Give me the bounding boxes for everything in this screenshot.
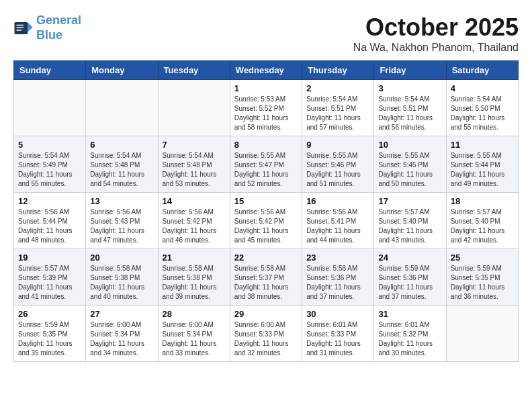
- svg-rect-3: [17, 27, 24, 28]
- day-of-week-header: Friday: [374, 61, 446, 80]
- day-number: 13: [90, 196, 153, 206]
- calendar-cell: [158, 80, 230, 136]
- calendar-cell: 7Sunrise: 5:54 AM Sunset: 5:48 PM Daylig…: [158, 136, 230, 193]
- day-number: 14: [163, 196, 226, 206]
- day-info: Sunrise: 5:54 AM Sunset: 5:49 PM Dayligh…: [18, 151, 81, 189]
- calendar-cell: 11Sunrise: 5:55 AM Sunset: 5:44 PM Dayli…: [446, 136, 518, 193]
- calendar-cell: [14, 80, 86, 136]
- day-info: Sunrise: 5:57 AM Sunset: 5:40 PM Dayligh…: [451, 208, 514, 245]
- day-number: 8: [234, 140, 298, 150]
- calendar-cell: 30Sunrise: 6:01 AM Sunset: 5:33 PM Dayli…: [302, 306, 374, 362]
- calendar-cell: 1Sunrise: 5:53 AM Sunset: 5:52 PM Daylig…: [230, 80, 302, 136]
- day-number: 30: [306, 309, 369, 319]
- calendar-header-row: SundayMondayTuesdayWednesdayThursdayFrid…: [14, 61, 519, 80]
- day-number: 24: [378, 253, 441, 263]
- calendar-week-row: 19Sunrise: 5:57 AM Sunset: 5:39 PM Dayli…: [14, 249, 519, 306]
- logo: General Blue: [13, 13, 81, 42]
- day-number: 7: [163, 140, 226, 150]
- logo-line1: General: [36, 13, 81, 27]
- calendar-cell: 25Sunrise: 5:59 AM Sunset: 5:35 PM Dayli…: [446, 249, 518, 306]
- day-info: Sunrise: 5:55 AM Sunset: 5:46 PM Dayligh…: [306, 151, 369, 189]
- calendar-cell: [446, 306, 518, 362]
- day-info: Sunrise: 5:58 AM Sunset: 5:36 PM Dayligh…: [306, 264, 369, 302]
- logo-icon: [13, 18, 34, 38]
- day-number: 9: [306, 140, 369, 150]
- calendar-cell: 16Sunrise: 5:56 AM Sunset: 5:41 PM Dayli…: [302, 193, 374, 249]
- logo-line2: Blue: [36, 28, 62, 42]
- day-number: 18: [451, 196, 514, 206]
- calendar-cell: 22Sunrise: 5:58 AM Sunset: 5:37 PM Dayli…: [230, 249, 302, 306]
- calendar-cell: 18Sunrise: 5:57 AM Sunset: 5:40 PM Dayli…: [446, 193, 518, 249]
- day-info: Sunrise: 5:59 AM Sunset: 5:35 PM Dayligh…: [451, 264, 514, 302]
- calendar-cell: 14Sunrise: 5:56 AM Sunset: 5:42 PM Dayli…: [158, 193, 230, 249]
- calendar-cell: 3Sunrise: 5:54 AM Sunset: 5:51 PM Daylig…: [374, 80, 446, 136]
- calendar-cell: 10Sunrise: 5:55 AM Sunset: 5:45 PM Dayli…: [374, 136, 446, 193]
- calendar-table: SundayMondayTuesdayWednesdayThursdayFrid…: [13, 60, 519, 362]
- calendar-cell: 23Sunrise: 5:58 AM Sunset: 5:36 PM Dayli…: [302, 249, 374, 306]
- day-number: 19: [18, 253, 81, 263]
- title-section: October 2025 Na Wa, Nakhon Phanom, Thail…: [353, 13, 519, 54]
- day-info: Sunrise: 5:54 AM Sunset: 5:48 PM Dayligh…: [163, 151, 226, 189]
- calendar-cell: 24Sunrise: 5:59 AM Sunset: 5:36 PM Dayli…: [374, 249, 446, 306]
- day-number: 1: [234, 83, 298, 93]
- day-number: 23: [306, 253, 369, 263]
- calendar-cell: 5Sunrise: 5:54 AM Sunset: 5:49 PM Daylig…: [14, 136, 86, 193]
- day-number: 3: [378, 83, 441, 93]
- day-info: Sunrise: 5:59 AM Sunset: 5:35 PM Dayligh…: [18, 320, 81, 358]
- calendar-cell: 31Sunrise: 6:01 AM Sunset: 5:32 PM Dayli…: [374, 306, 446, 362]
- calendar-cell: 6Sunrise: 5:54 AM Sunset: 5:48 PM Daylig…: [86, 136, 158, 193]
- day-info: Sunrise: 6:00 AM Sunset: 5:34 PM Dayligh…: [163, 320, 226, 358]
- day-info: Sunrise: 5:56 AM Sunset: 5:41 PM Dayligh…: [306, 208, 369, 245]
- calendar-cell: 20Sunrise: 5:58 AM Sunset: 5:38 PM Dayli…: [86, 249, 158, 306]
- day-number: 15: [234, 196, 298, 206]
- day-number: 2: [306, 83, 369, 93]
- day-of-week-header: Wednesday: [230, 61, 302, 80]
- day-info: Sunrise: 5:56 AM Sunset: 5:42 PM Dayligh…: [163, 208, 226, 245]
- day-number: 26: [18, 309, 81, 319]
- svg-marker-1: [28, 22, 33, 32]
- day-number: 25: [451, 253, 514, 263]
- day-info: Sunrise: 6:00 AM Sunset: 5:33 PM Dayligh…: [234, 320, 298, 358]
- day-info: Sunrise: 5:54 AM Sunset: 5:48 PM Dayligh…: [90, 151, 153, 189]
- day-of-week-header: Saturday: [446, 61, 518, 80]
- calendar-week-row: 26Sunrise: 5:59 AM Sunset: 5:35 PM Dayli…: [14, 306, 519, 362]
- location-title: Na Wa, Nakhon Phanom, Thailand: [353, 42, 519, 54]
- day-number: 6: [90, 140, 153, 150]
- day-number: 21: [163, 253, 226, 263]
- day-info: Sunrise: 5:56 AM Sunset: 5:44 PM Dayligh…: [18, 208, 81, 245]
- day-info: Sunrise: 5:58 AM Sunset: 5:38 PM Dayligh…: [90, 264, 153, 302]
- day-info: Sunrise: 5:54 AM Sunset: 5:50 PM Dayligh…: [451, 95, 514, 132]
- day-info: Sunrise: 5:58 AM Sunset: 5:38 PM Dayligh…: [163, 264, 226, 302]
- day-of-week-header: Tuesday: [158, 61, 230, 80]
- day-info: Sunrise: 5:54 AM Sunset: 5:51 PM Dayligh…: [306, 95, 369, 132]
- page-header: General Blue October 2025 Na Wa, Nakhon …: [13, 13, 519, 54]
- day-info: Sunrise: 6:01 AM Sunset: 5:33 PM Dayligh…: [306, 320, 369, 358]
- calendar-cell: 26Sunrise: 5:59 AM Sunset: 5:35 PM Dayli…: [14, 306, 86, 362]
- calendar-cell: 19Sunrise: 5:57 AM Sunset: 5:39 PM Dayli…: [14, 249, 86, 306]
- day-number: 10: [378, 140, 441, 150]
- day-number: 28: [163, 309, 226, 319]
- calendar-cell: 27Sunrise: 6:00 AM Sunset: 5:34 PM Dayli…: [86, 306, 158, 362]
- calendar-cell: 15Sunrise: 5:56 AM Sunset: 5:42 PM Dayli…: [230, 193, 302, 249]
- day-info: Sunrise: 5:57 AM Sunset: 5:39 PM Dayligh…: [18, 264, 81, 302]
- calendar-cell: 21Sunrise: 5:58 AM Sunset: 5:38 PM Dayli…: [158, 249, 230, 306]
- day-info: Sunrise: 5:55 AM Sunset: 5:47 PM Dayligh…: [234, 151, 298, 189]
- calendar-cell: 29Sunrise: 6:00 AM Sunset: 5:33 PM Dayli…: [230, 306, 302, 362]
- day-info: Sunrise: 5:58 AM Sunset: 5:37 PM Dayligh…: [234, 264, 298, 302]
- day-info: Sunrise: 6:01 AM Sunset: 5:32 PM Dayligh…: [378, 320, 441, 358]
- calendar-cell: 12Sunrise: 5:56 AM Sunset: 5:44 PM Dayli…: [14, 193, 86, 249]
- day-number: 16: [306, 196, 369, 206]
- month-title: October 2025: [353, 13, 519, 42]
- day-info: Sunrise: 5:56 AM Sunset: 5:43 PM Dayligh…: [90, 208, 153, 245]
- day-number: 31: [378, 309, 441, 319]
- calendar-cell: 28Sunrise: 6:00 AM Sunset: 5:34 PM Dayli…: [158, 306, 230, 362]
- calendar-cell: 4Sunrise: 5:54 AM Sunset: 5:50 PM Daylig…: [446, 80, 518, 136]
- day-of-week-header: Sunday: [14, 61, 86, 80]
- day-info: Sunrise: 5:56 AM Sunset: 5:42 PM Dayligh…: [234, 208, 298, 245]
- day-of-week-header: Thursday: [302, 61, 374, 80]
- calendar-week-row: 5Sunrise: 5:54 AM Sunset: 5:49 PM Daylig…: [14, 136, 519, 193]
- calendar-cell: 9Sunrise: 5:55 AM Sunset: 5:46 PM Daylig…: [302, 136, 374, 193]
- day-number: 11: [451, 140, 514, 150]
- svg-rect-2: [17, 24, 24, 26]
- day-info: Sunrise: 5:55 AM Sunset: 5:44 PM Dayligh…: [451, 151, 514, 189]
